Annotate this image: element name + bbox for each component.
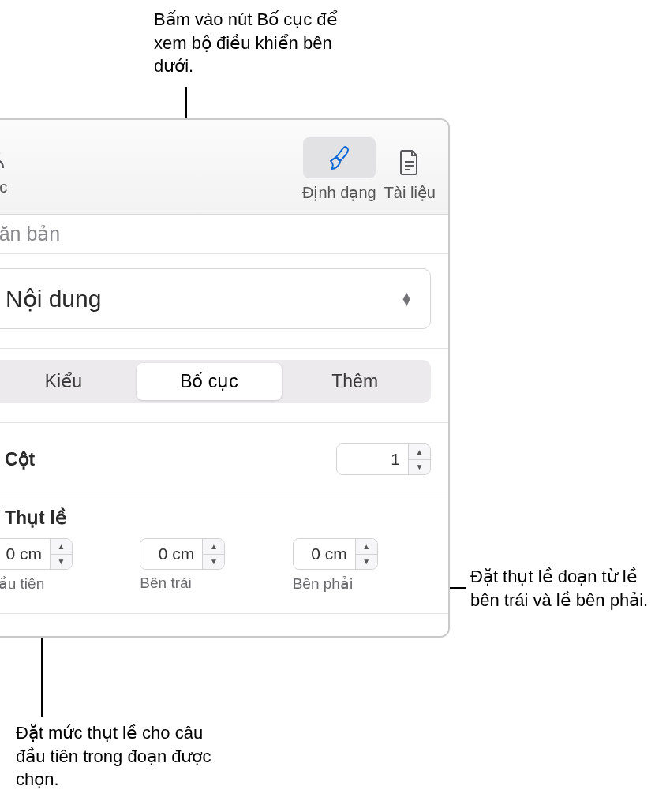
stepper-down-icon[interactable]: ▼ <box>409 460 430 475</box>
indent-left-stepper-buttons[interactable]: ▲ ▼ <box>202 539 224 569</box>
callout-top: Bấm vào nút Bố cục để xem bộ điều khiển … <box>154 8 359 78</box>
stepper-down-icon[interactable]: ▼ <box>356 555 377 570</box>
callout-bottom: Đặt mức thụt lề cho câu đầu tiên trong đ… <box>16 721 237 791</box>
tab-more[interactable]: Thêm <box>282 363 428 400</box>
indent-right-col: ▲ ▼ Bên phải <box>293 538 431 593</box>
indent-left-label: Bên trái <box>140 574 191 592</box>
stepper-up-icon[interactable]: ▲ <box>203 539 224 555</box>
indent-right-input[interactable] <box>294 539 355 569</box>
person-icon <box>0 142 11 174</box>
columns-label: Cột <box>5 449 336 470</box>
indent-left-col: ▲ ▼ Bên trái <box>140 538 278 593</box>
tab-style[interactable]: Kiểu <box>0 363 137 400</box>
divider <box>0 613 448 614</box>
inspector-panel: tác Định dạng Tài liệu Văn bản <box>0 118 450 638</box>
indent-first-col: ▲ ▼ Đầu tiên <box>0 538 125 593</box>
divider <box>0 496 448 496</box>
indent-first-label: Đầu tiên <box>0 574 44 593</box>
stepper-down-icon[interactable]: ▼ <box>203 555 224 570</box>
indent-left-stepper[interactable]: ▲ ▼ <box>140 538 225 570</box>
indent-right-label: Bên phải <box>293 574 353 593</box>
format-label: Định dạng <box>302 183 376 202</box>
columns-stepper-buttons[interactable]: ▲ ▼ <box>408 444 430 474</box>
section-title: Văn bản <box>0 215 448 254</box>
stepper-up-icon[interactable]: ▲ <box>51 539 72 555</box>
collaborate-label: tác <box>0 178 7 196</box>
columns-input[interactable] <box>337 444 408 474</box>
columns-stepper[interactable]: ▲ ▼ <box>336 443 431 475</box>
document-button[interactable]: Tài liệu <box>384 147 436 202</box>
document-icon <box>395 147 424 178</box>
indent-right-stepper-buttons[interactable]: ▲ ▼ <box>355 539 377 569</box>
divider <box>0 422 448 423</box>
indent-first-input[interactable] <box>0 539 50 569</box>
inspector-body: Nội dung ▲▼ Kiểu Bố cục Thêm ▶ Cột ▲ ▼ <box>0 254 448 636</box>
stepper-up-icon[interactable]: ▲ <box>356 539 377 555</box>
chevron-updown-icon: ▲▼ <box>400 293 413 305</box>
toolbar: tác Định dạng Tài liệu <box>0 120 448 215</box>
tab-layout[interactable]: Bố cục <box>137 363 283 400</box>
indents-grid: ▲ ▼ Đầu tiên ▲ ▼ Bên trái <box>0 538 431 593</box>
paragraph-style-value: Nội dung <box>6 285 101 312</box>
format-button[interactable]: Định dạng <box>302 137 376 202</box>
paintbrush-icon <box>325 142 354 174</box>
columns-row: ▶ Cột ▲ ▼ <box>0 443 431 475</box>
stepper-down-icon[interactable]: ▼ <box>51 555 72 570</box>
callout-bottom-line <box>41 638 43 717</box>
text-tabs: Kiểu Bố cục Thêm <box>0 360 431 403</box>
indent-first-stepper-buttons[interactable]: ▲ ▼ <box>50 539 72 569</box>
paragraph-style-dropdown[interactable]: Nội dung ▲▼ <box>0 268 431 329</box>
collaborate-button[interactable]: tác <box>0 142 11 196</box>
indent-right-stepper[interactable]: ▲ ▼ <box>293 538 378 570</box>
indents-row: ▶ Thụt lề <box>0 507 431 529</box>
toolbar-left: tác <box>0 142 11 196</box>
divider <box>0 348 448 349</box>
indent-first-stepper[interactable]: ▲ ▼ <box>0 538 73 570</box>
callout-right: Đặt thụt lề đoạn từ lề bên trái và lề bê… <box>470 565 652 612</box>
indent-left-input[interactable] <box>140 539 202 569</box>
stepper-up-icon[interactable]: ▲ <box>409 444 430 460</box>
document-label: Tài liệu <box>384 183 436 202</box>
chevron-down-icon[interactable]: ▶ <box>0 510 4 527</box>
indents-label: Thụt lề <box>5 507 431 529</box>
